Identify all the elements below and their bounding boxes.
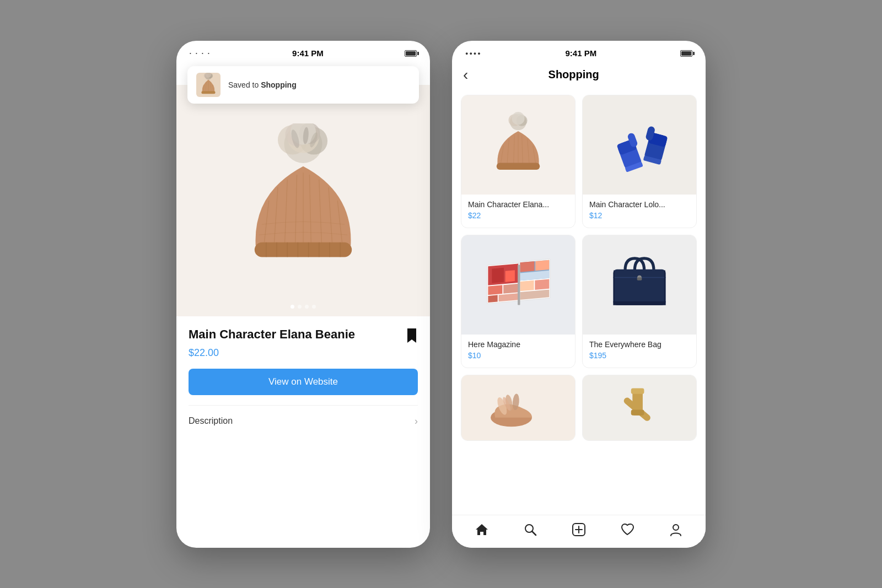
- dot-1: [291, 305, 294, 309]
- dot-3: [305, 305, 309, 309]
- shopping-page-title: Shopping: [468, 68, 679, 81]
- grid-item-beanie[interactable]: Main Character Elana... $22: [461, 95, 576, 228]
- svg-rect-61: [503, 283, 518, 293]
- mittens-grid-icon: [606, 115, 673, 175]
- svg-rect-90: [631, 409, 644, 415]
- item-name-magazine: Here Magazine: [468, 340, 568, 349]
- shopping-grid: Main Character Elana... $22: [452, 90, 706, 445]
- nav-add-icon[interactable]: [572, 522, 586, 540]
- phones-container: • • • • 9:41 PM: [176, 41, 706, 548]
- item-image-mittens: [583, 95, 696, 195]
- svg-rect-62: [488, 295, 497, 303]
- battery-area-phone2: [680, 50, 692, 57]
- signal-dots: • • • •: [190, 51, 211, 56]
- saved-toast: Saved to Shopping: [187, 66, 419, 104]
- phone2: ●●●● 9:41 PM ‹ Shopping: [452, 41, 706, 548]
- svg-rect-78: [637, 278, 642, 280]
- item-name-beanie: Main Character Elana...: [468, 200, 568, 209]
- toast-beanie-icon: [196, 73, 220, 97]
- image-dots-indicator: [291, 305, 316, 309]
- svg-rect-49: [497, 163, 540, 170]
- item-image-gavel: [583, 375, 696, 441]
- item-image-magazine: [461, 235, 575, 335]
- svg-rect-65: [505, 270, 515, 282]
- item-price-mittens: $12: [589, 211, 690, 220]
- product-title-row: Main Character Elana Beanie: [189, 327, 418, 344]
- bottom-nav: [452, 515, 706, 548]
- shopping-header: ‹ Shopping: [452, 63, 706, 90]
- battery-icon-phone1: [405, 50, 417, 57]
- description-label: Description: [189, 416, 233, 426]
- view-website-button[interactable]: View on Website: [189, 369, 418, 395]
- svg-rect-89: [631, 388, 644, 393]
- svg-rect-79: [613, 301, 665, 305]
- time-display-phone2: 9:41 PM: [482, 48, 680, 58]
- product-info: Main Character Elana Beanie $22.00 View …: [176, 316, 430, 444]
- back-button[interactable]: ‹: [463, 67, 468, 83]
- chevron-right-icon: ›: [415, 416, 418, 427]
- item-image-beanie: [461, 95, 575, 195]
- grid-item-magazine[interactable]: Here Magazine $10: [461, 235, 576, 368]
- battery-area-phone1: [405, 50, 417, 57]
- grid-item-gavel[interactable]: [582, 375, 697, 441]
- svg-rect-69: [535, 260, 549, 271]
- svg-rect-60: [488, 285, 502, 295]
- magazine-grid-icon: [482, 255, 554, 315]
- bag-grid-icon: [604, 253, 675, 316]
- svg-rect-75: [613, 269, 665, 305]
- status-bar-phone1: • • • • 9:41 PM: [176, 41, 430, 63]
- battery-icon-phone2: [680, 50, 692, 57]
- description-row[interactable]: Description ›: [189, 405, 418, 433]
- gavel-grid-icon: [606, 378, 673, 439]
- item-price-beanie: $22: [468, 211, 568, 220]
- svg-rect-4: [201, 91, 215, 94]
- phone1: • • • • 9:41 PM: [176, 41, 430, 548]
- toast-thumbnail: [196, 73, 220, 97]
- svg-rect-72: [535, 279, 549, 290]
- dot-2: [298, 305, 302, 309]
- item-info-beanie: Main Character Elana... $22: [461, 195, 575, 228]
- svg-point-96: [673, 525, 679, 530]
- svg-rect-68: [520, 261, 534, 272]
- product-price: $22.00: [189, 347, 418, 359]
- item-info-magazine: Here Magazine $10: [461, 335, 575, 368]
- item-info-mittens: Main Character Lolo... $12: [583, 195, 696, 228]
- nav-home-icon[interactable]: [475, 522, 489, 540]
- svg-rect-29: [255, 242, 352, 257]
- nav-search-icon[interactable]: [523, 522, 537, 540]
- grid-item-mittens[interactable]: Main Character Lolo... $12: [582, 95, 697, 228]
- shoes-grid-icon: [485, 381, 551, 436]
- product-title: Main Character Elana Beanie: [189, 327, 406, 342]
- svg-rect-64: [492, 267, 504, 283]
- grid-item-bag[interactable]: The Everywhere Bag $195: [582, 235, 697, 368]
- svg-point-41: [512, 112, 524, 125]
- item-name-bag: The Everywhere Bag: [589, 340, 690, 349]
- item-image-shoes: [461, 375, 575, 441]
- svg-line-92: [532, 531, 536, 535]
- nav-heart-icon[interactable]: [620, 522, 634, 540]
- product-image-area: [176, 85, 430, 316]
- svg-rect-71: [520, 280, 534, 291]
- dot-4: [312, 305, 316, 309]
- status-bar-phone2: ●●●● 9:41 PM: [452, 41, 706, 63]
- item-price-bag: $195: [589, 351, 690, 360]
- item-name-mittens: Main Character Lolo...: [589, 200, 690, 209]
- svg-rect-74: [518, 265, 520, 305]
- toast-message: Saved to Shopping: [228, 80, 297, 89]
- item-price-magazine: $10: [468, 351, 568, 360]
- item-info-bag: The Everywhere Bag $195: [583, 335, 696, 368]
- grid-item-shoes[interactable]: [461, 375, 576, 441]
- item-image-bag: [583, 235, 696, 335]
- signal-dots-phone2: ●●●●: [465, 51, 482, 56]
- time-display-phone1: 9:41 PM: [211, 48, 405, 58]
- nav-profile-icon[interactable]: [669, 522, 683, 540]
- product-beanie-image: [240, 123, 367, 278]
- bookmark-icon[interactable]: [406, 328, 418, 344]
- beanie-grid-icon: [491, 112, 546, 178]
